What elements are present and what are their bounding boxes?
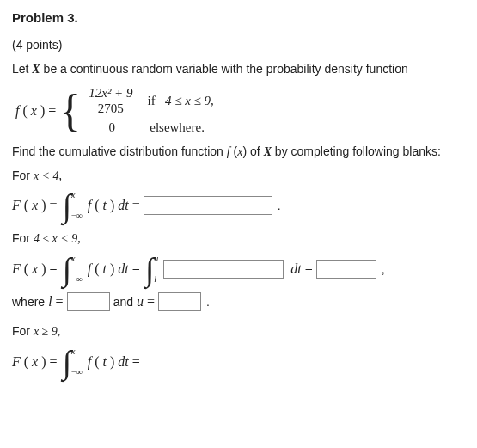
case2-and: and [113,295,133,309]
intro-text-b: be a continuous random variable with the… [40,62,408,76]
case1-int-lower: −∞ [71,212,83,220]
case2-equation: F (x) = ∫ x −∞ f (t) dt = ∫ u l dt = , [12,255,465,284]
find-f: f [227,145,230,158]
case2-where-period: . [206,295,210,309]
pdf-cond1-expr: 4 ≤ x ≤ 9, [162,94,214,107]
case2-ft1: f [88,261,91,277]
pdf-numerator: 12x² + 9 [86,86,135,101]
case3-dt: dt [118,354,128,370]
case1-eq: = [50,198,58,213]
case2-l-input[interactable] [67,292,110,311]
pdf-cond2: elsewhere. [150,120,205,135]
case3-equation: F (x) = ∫ x −∞ f (t) dt = [12,347,465,377]
case1-t: t [103,198,107,213]
case1-int-upper: x [71,191,83,199]
find-a: Find the cumulative distribution functio… [12,144,227,158]
piece-row-2: 0 elsewhere. [86,120,214,135]
case3-for-label: For [12,324,34,338]
case2-x: x [32,261,38,277]
case1-equation: F (x) = ∫ x −∞ f (t) dt = . [12,191,465,220]
case2-where: where [12,295,45,309]
case3-int-lower: −∞ [71,368,83,377]
case2-integral-2: ∫ u l [145,255,158,284]
pdf-zero: 0 [86,120,138,135]
case2-u-input[interactable] [158,292,201,311]
case2-int1-lower: −∞ [71,275,83,284]
problem-title: Problem 3. [12,10,465,25]
pdf-cond1: if 4 ≤ x ≤ 9, [148,94,214,108]
case2-int2-upper: u [154,255,158,263]
case1-eq2: = [132,198,140,213]
intro-text-a: Let [12,62,32,76]
points-line: (4 points) [12,37,465,54]
case3-answer-input[interactable] [144,353,272,371]
case2-u: u [137,294,144,310]
case1-x: x [32,198,38,213]
case2-t1: t [103,261,107,277]
case3-ft: f [88,354,91,370]
piecewise: 12x² + 9 2705 if 4 ≤ x ≤ 9, 0 elsewhere. [86,86,214,135]
case1-for-label: For [12,169,34,182]
case1-integral: ∫ x −∞ [63,191,83,220]
case2-dt1: dt [118,261,128,277]
case2-cond: 4 ≤ x < 9, [34,232,81,245]
case3-eq2: = [132,354,140,370]
case2-eq3: = [305,261,313,277]
find-line: Find the cumulative distribution functio… [12,144,465,161]
case2-int1-upper: x [71,255,83,263]
case3-for: For x ≥ 9, [12,323,465,341]
case2-integrand-input[interactable] [163,260,284,279]
intro-var-X: X [32,63,40,76]
case3-integral: ∫ x −∞ [63,347,83,377]
case1-dt: dt [118,198,128,213]
integral-icon: ∫ [145,255,154,283]
case3-eq: = [50,354,58,370]
case3-x: x [32,354,38,370]
find-end: by completing following blanks: [272,144,441,158]
find-mid: of [247,144,263,158]
case3-F: F [12,354,21,370]
case2-for-label: For [12,231,34,245]
pdf-x: x [31,103,37,119]
pdf-f: f [15,103,19,119]
case2-l: l [48,294,52,310]
piece-row-1: 12x² + 9 2705 if 4 ≤ x ≤ 9, [86,86,214,115]
find-X: X [264,145,272,158]
case3-int-upper: x [71,347,83,356]
case2-F: F [12,261,21,277]
case1-answer-input[interactable] [144,196,272,215]
case1-ft: f [88,198,91,213]
intro-line: Let X be a continuous random variable wi… [12,61,465,78]
case2-comma: , [382,262,385,276]
pdf-if: if [148,94,156,107]
case1-F: F [12,198,21,213]
case2-dt2: dt [290,261,301,277]
case1-period: . [278,199,281,212]
case3-t: t [103,354,107,370]
integral-icon: ∫ [63,192,71,219]
pdf-denominator: 2705 [95,101,126,116]
case2-where-line: where l = and u = . [12,292,465,311]
brace-icon: { [59,89,81,133]
case2-result-input[interactable] [316,260,376,279]
case2-int2-lower: l [154,275,158,284]
case2-eq: = [50,261,58,277]
pdf-close-paren: ) [40,103,45,119]
find-x: x [237,145,242,158]
integral-icon: ∫ [63,348,71,376]
pdf-open-paren: ( [22,103,27,119]
case2-integral-1: ∫ x −∞ [63,255,83,284]
case2-for: For 4 ≤ x < 9, [12,230,465,248]
pdf-eq: = [48,103,56,119]
case3-cond: x ≥ 9, [34,325,60,338]
pdf-definition: f (x) = { 12x² + 9 2705 if 4 ≤ x ≤ 9, 0 … [15,86,465,135]
case1-cond: x < 4, [34,169,62,182]
pdf-fraction: 12x² + 9 2705 [86,86,135,115]
case1-for: For x < 4, [12,168,465,185]
integral-icon: ∫ [63,255,71,283]
